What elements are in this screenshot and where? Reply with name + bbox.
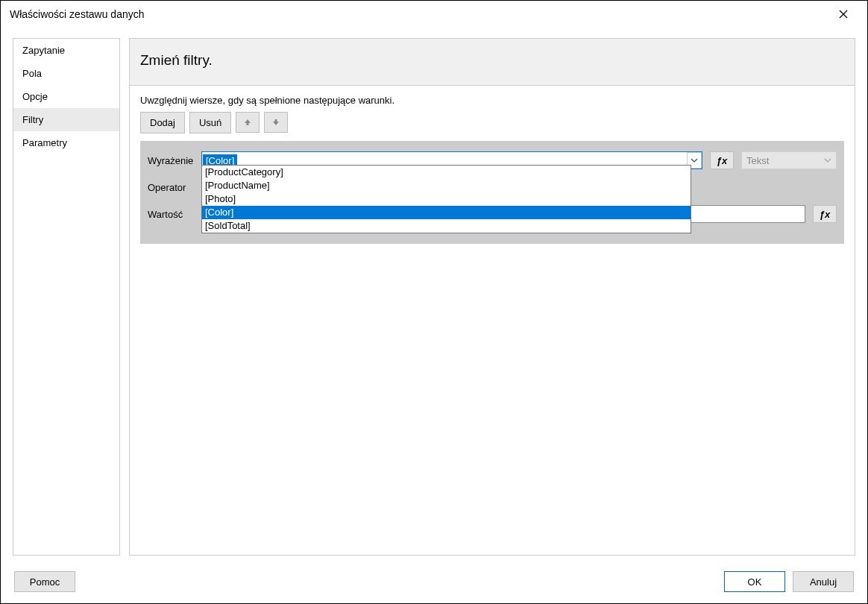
remove-button[interactable]: Usuń (189, 112, 231, 133)
dialog-body: Zapytanie Pola Opcje Filtry Parametry Zm… (1, 28, 867, 564)
sidebar-item-options[interactable]: Opcje (13, 85, 119, 108)
expression-dropdown[interactable]: [ProductCategory] [ProductName] [Photo] … (201, 165, 691, 233)
close-button[interactable] (828, 1, 858, 28)
add-button[interactable]: Dodaj (140, 112, 185, 133)
sidebar-item-query[interactable]: Zapytanie (13, 39, 119, 62)
filter-form: Wyrażenie [Color] ƒx Tekst (140, 141, 844, 244)
value-fx-button[interactable]: ƒx (813, 205, 837, 223)
sidebar: Zapytanie Pola Opcje Filtry Parametry (13, 38, 120, 556)
section-description: Uwzględnij wiersze, gdy są spełnione nas… (130, 86, 855, 112)
content-panel: Zmień filtry. Uwzględnij wiersze, gdy są… (129, 38, 855, 556)
type-combo: Tekst (741, 151, 837, 169)
ok-button[interactable]: OK (724, 571, 785, 592)
type-text: Tekst (746, 155, 769, 166)
sidebar-item-parameters[interactable]: Parametry (13, 131, 119, 154)
operator-label: Operator (148, 182, 194, 193)
expression-fx-button[interactable]: ƒx (710, 151, 734, 169)
title-bar: Właściwości zestawu danych (1, 1, 867, 28)
dialog-window: Właściwości zestawu danych Zapytanie Pol… (0, 0, 868, 604)
dropdown-option[interactable]: [Color] (202, 206, 691, 219)
help-button[interactable]: Pomoc (14, 571, 75, 592)
cancel-button[interactable]: Anuluj (793, 571, 854, 592)
dropdown-option[interactable]: [ProductCategory] (202, 166, 691, 179)
dropdown-option[interactable]: [ProductName] (202, 179, 691, 192)
dropdown-option[interactable]: [Photo] (202, 192, 691, 206)
sidebar-item-filters[interactable]: Filtry (13, 108, 119, 131)
page-heading: Zmień filtry. (130, 39, 855, 86)
move-down-button[interactable] (264, 112, 288, 133)
dialog-footer: Pomoc OK Anuluj (1, 564, 867, 603)
move-up-button[interactable] (236, 112, 260, 133)
value-label: Wartość (148, 209, 194, 220)
chevron-down-icon (824, 155, 831, 166)
expression-label: Wyrażenie (148, 155, 194, 166)
sidebar-item-fields[interactable]: Pola (13, 62, 119, 85)
dropdown-option[interactable]: [SoldTotal] (202, 219, 691, 233)
window-title: Właściwości zestawu danych (10, 8, 828, 20)
filter-toolbar: Dodaj Usuń (130, 112, 855, 141)
